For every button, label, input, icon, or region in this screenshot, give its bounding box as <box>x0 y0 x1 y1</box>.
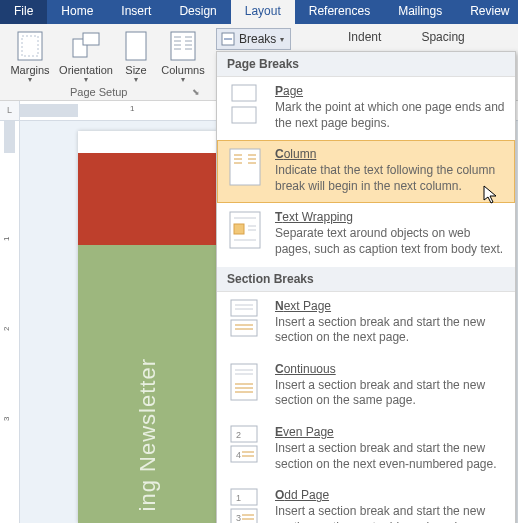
indent-label: Indent <box>348 30 381 44</box>
svg-rect-45 <box>231 446 257 462</box>
next-page-icon <box>227 299 263 339</box>
menu-title: Even Page <box>275 425 505 439</box>
tab-design[interactable]: Design <box>165 0 230 24</box>
document-page[interactable]: ing Newsletter <box>78 131 218 523</box>
size-button[interactable]: Size ▾ <box>118 26 154 84</box>
svg-rect-37 <box>231 364 257 400</box>
svg-rect-16 <box>232 85 256 101</box>
svg-rect-49 <box>231 489 257 505</box>
continuous-icon <box>227 362 263 402</box>
newsletter-title: ing Newsletter <box>135 346 161 523</box>
svg-rect-5 <box>171 32 195 60</box>
column-break-icon <box>227 147 263 187</box>
dropdown-header-page-breaks: Page Breaks <box>217 52 515 77</box>
svg-rect-18 <box>230 149 260 185</box>
orientation-button[interactable]: Orientation ▾ <box>54 26 118 84</box>
svg-rect-17 <box>232 107 256 123</box>
menu-item-column-break[interactable]: Column Indicate that the text following … <box>217 140 515 203</box>
menu-title: Page <box>275 84 505 98</box>
breaks-dropdown: Page Breaks Page Mark the point at which… <box>216 51 516 523</box>
orientation-icon <box>70 30 102 62</box>
tab-file[interactable]: File <box>0 0 47 24</box>
tab-references[interactable]: References <box>295 0 384 24</box>
ribbon-tabs: File Home Insert Design Layout Reference… <box>0 0 518 24</box>
menu-desc: Indicate that the text following the col… <box>275 163 505 194</box>
menu-title: Column <box>275 147 505 161</box>
breaks-icon <box>221 32 235 46</box>
tab-review[interactable]: Review <box>456 0 518 24</box>
odd-page-icon: 13 <box>227 488 263 523</box>
spacing-label: Spacing <box>421 30 464 44</box>
group-label-page-setup: Page Setup <box>70 86 128 98</box>
menu-desc: Insert a section break and start the new… <box>275 441 505 472</box>
menu-desc: Insert a section break and start the new… <box>275 378 505 409</box>
svg-rect-34 <box>231 320 257 336</box>
svg-text:1: 1 <box>236 493 241 503</box>
columns-button[interactable]: Columns ▾ <box>154 26 212 84</box>
menu-item-even-page[interactable]: 24 Even Page Insert a section break and … <box>217 418 515 481</box>
svg-rect-43 <box>231 426 257 442</box>
menu-title: Odd Page <box>275 488 505 502</box>
menu-title: Next Page <box>275 299 505 313</box>
ruler-corner: L <box>0 101 20 121</box>
svg-rect-31 <box>231 300 257 316</box>
breaks-label: Breaks <box>239 32 276 46</box>
menu-item-continuous[interactable]: Continuous Insert a section break and st… <box>217 355 515 418</box>
menu-desc: Insert a section break and start the new… <box>275 504 505 523</box>
svg-rect-4 <box>126 32 146 60</box>
margins-button[interactable]: Margins ▾ <box>6 26 54 84</box>
chevron-down-icon: ▾ <box>134 75 138 84</box>
svg-rect-3 <box>83 33 99 45</box>
dropdown-header-section-breaks: Section Breaks <box>217 267 515 292</box>
tab-home[interactable]: Home <box>47 0 107 24</box>
svg-rect-26 <box>234 224 244 234</box>
svg-text:4: 4 <box>236 450 241 460</box>
even-page-icon: 24 <box>227 425 263 465</box>
text-wrapping-icon <box>227 210 263 250</box>
menu-item-text-wrapping-break[interactable]: Text Wrapping Separate text around objec… <box>217 203 515 266</box>
chevron-down-icon: ▾ <box>84 75 88 84</box>
chevron-down-icon: ▾ <box>28 75 32 84</box>
dialog-launcher-icon[interactable]: ⬊ <box>192 87 200 97</box>
menu-desc: Separate text around objects on web page… <box>275 226 505 257</box>
menu-item-page-break[interactable]: Page Mark the point at which one page en… <box>217 77 515 140</box>
menu-desc: Insert a section break and start the new… <box>275 315 505 346</box>
ribbon-right: Indent Spacing <box>330 24 465 44</box>
breaks-button[interactable]: Breaks ▾ <box>216 28 291 50</box>
doc-green-band: ing Newsletter <box>78 245 218 523</box>
svg-text:2: 2 <box>236 430 241 440</box>
chevron-down-icon: ▾ <box>280 35 284 44</box>
menu-title: Text Wrapping <box>275 210 505 224</box>
tab-mailings[interactable]: Mailings <box>384 0 456 24</box>
doc-red-band <box>78 153 218 245</box>
menu-title: Continuous <box>275 362 505 376</box>
chevron-down-icon: ▾ <box>181 75 185 84</box>
tab-insert[interactable]: Insert <box>107 0 165 24</box>
menu-desc: Mark the point at which one page ends an… <box>275 100 505 131</box>
margins-icon <box>14 30 46 62</box>
svg-rect-51 <box>231 509 257 523</box>
columns-icon <box>167 30 199 62</box>
svg-text:3: 3 <box>236 513 241 523</box>
size-icon <box>120 30 152 62</box>
menu-item-odd-page[interactable]: 13 Odd Page Insert a section break and s… <box>217 481 515 523</box>
menu-item-next-page[interactable]: Next Page Insert a section break and sta… <box>217 292 515 355</box>
page-break-icon <box>227 84 263 124</box>
tab-layout[interactable]: Layout <box>231 0 295 24</box>
vertical-ruler[interactable]: 1 2 3 <box>0 121 20 523</box>
